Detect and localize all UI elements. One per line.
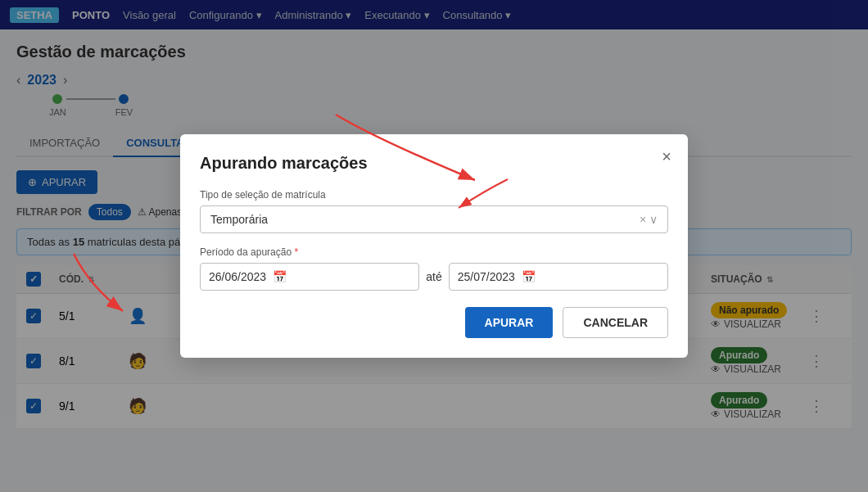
- date-from-value: 26/06/2023: [209, 270, 266, 283]
- modal-apurar-button[interactable]: APURAR: [465, 307, 554, 338]
- date-to-input[interactable]: 25/07/2023 📅: [449, 263, 668, 291]
- date-from-input[interactable]: 26/06/2023 📅: [200, 263, 419, 291]
- modal-overlay[interactable]: Apurando marcações × Tipo de seleção de …: [0, 0, 868, 442]
- date-to-value: 25/07/2023: [458, 270, 515, 283]
- tipo-select[interactable]: Temporária × ∨: [200, 205, 668, 233]
- modal-close-button[interactable]: ×: [662, 147, 671, 166]
- periodo-label: Período da apuração *: [200, 246, 668, 258]
- form-group-periodo: Período da apuração * 26/06/2023 📅 até 2…: [200, 246, 668, 291]
- date-range-row: 26/06/2023 📅 até 25/07/2023 📅: [200, 263, 668, 291]
- modal-actions: APURAR CANCELAR: [200, 307, 668, 338]
- modal-cancelar-button[interactable]: CANCELAR: [563, 307, 668, 338]
- select-icons: × ∨: [640, 213, 658, 226]
- required-marker: *: [294, 246, 298, 258]
- tipo-label: Tipo de seleção de matrícula: [200, 189, 668, 201]
- modal-title: Apurando marcações: [200, 154, 668, 173]
- modal-apurando: Apurando marcações × Tipo de seleção de …: [180, 134, 688, 358]
- date-separator: até: [426, 270, 441, 283]
- calendar-from-icon[interactable]: 📅: [273, 270, 287, 283]
- calendar-to-icon[interactable]: 📅: [522, 270, 536, 283]
- form-group-tipo: Tipo de seleção de matrícula Temporária …: [200, 189, 668, 233]
- tipo-value: Temporária: [210, 213, 268, 226]
